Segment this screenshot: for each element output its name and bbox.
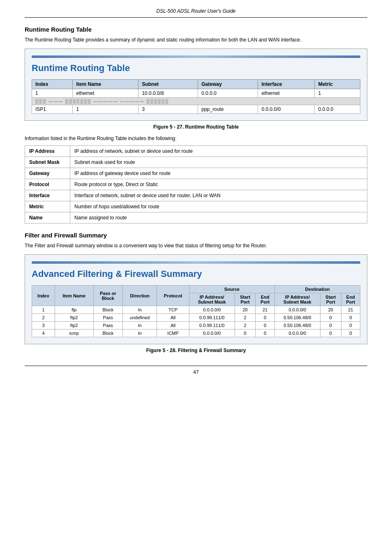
section-runtime-routing: Runtime Routing Table The Runtime Routin… [25, 26, 367, 223]
runtime-routing-caption: Figure 5 - 27. Runtime Routing Table [25, 124, 367, 130]
fw-src-ipsubnet: IP Address/Subnet Mask [189, 293, 235, 306]
section1-desc: The Runtime Routing Table provides a sum… [25, 36, 367, 44]
table-row: Name Name assigned to route [25, 212, 367, 223]
fw-col-source-group: Source [189, 286, 274, 293]
table-row: Interface Interface of network, subnet o… [25, 190, 367, 201]
table-row: 1 ftp Block In TCP 0.0.0.0/0 20 21 0.0.0… [32, 306, 360, 314]
fw-src-startport: StartPort [235, 293, 256, 306]
rt-col-interface: Interface [258, 80, 315, 89]
section-firewall-summary: Filter and Firewall Summary The Filter a… [25, 232, 367, 353]
fw-col-protocol: Protocol [157, 286, 189, 306]
table-row: Metric Number of hops used/allowed for r… [25, 201, 367, 212]
rt-col-subnet: Subnet [138, 80, 198, 89]
runtime-routing-figure-title: Runtime Routing Table [32, 63, 360, 74]
info-paragraph: Information listed in the Runtime Routin… [25, 136, 367, 141]
fw-col-index: Index [32, 286, 55, 306]
rt-col-index: Index [32, 80, 73, 89]
firewall-figure-title: Advanced Filtering & Firewall Summary [32, 269, 360, 279]
section2-desc: The Filter and Firewall summary window i… [25, 242, 367, 249]
rt-col-metric: Metric [315, 80, 360, 89]
header-title: DSL-500 ADSL Router User's Guide [156, 8, 235, 14]
runtime-routing-table: Index Item Name Subnet Gateway Interface… [32, 79, 360, 114]
firewall-summary-table: Index Item Name Pass orBlock Direction P… [32, 285, 360, 337]
fw-col-itemname: Item Name [55, 286, 93, 306]
rt-col-itemname: Item Name [73, 80, 138, 89]
fw-header-group-top: Index Item Name Pass orBlock Direction P… [32, 286, 360, 293]
gradient-bar-1 [32, 55, 360, 58]
fw-col-passblock: Pass orBlock [93, 286, 122, 306]
gradient-bar-2 [32, 261, 360, 264]
table-row: Protocol Route protocol or type, Direct … [25, 179, 367, 190]
fw-dst-ipsubnet: IP Address/Subnet Mask [274, 293, 320, 306]
rt-header-row: Index Item Name Subnet Gateway Interface… [32, 80, 360, 89]
table-row: IP Address IP address of network, subnet… [25, 146, 367, 157]
routing-info-table: IP Address IP address of network, subnet… [25, 145, 367, 223]
table-row: 2 ftp2 Pass undefined All 0.0.99.111/0 2… [32, 314, 360, 322]
fw-col-dest-group: Destination [274, 286, 360, 293]
table-row: ISP1 1 3 ppp_route 0.0.0.0/0 0.0.0.0 [32, 105, 360, 114]
page-header: DSL-500 ADSL Router User's Guide [25, 8, 367, 18]
rt-col-gateway: Gateway [198, 80, 258, 89]
page-number: 47 [25, 366, 367, 375]
table-row: 1 ethernet 10.0.0.0/8 0.0.0.0 ethernet 1 [32, 89, 360, 98]
fw-src-endport: EndPort [256, 293, 274, 306]
table-row: 3 ftp2 Pass In All 0.0.99.111/0 2 0 0.50… [32, 322, 360, 329]
section2-title: Filter and Firewall Summary [25, 232, 367, 239]
fw-dst-endport: EndPort [341, 293, 360, 306]
section1-title: Runtime Routing Table [25, 26, 367, 33]
firewall-figure: Advanced Filtering & Firewall Summary In… [25, 254, 367, 344]
runtime-routing-figure: Runtime Routing Table Index Item Name Su… [25, 48, 367, 121]
table-row: Gateway IP address of gateway device use… [25, 168, 367, 179]
table-row: Subnet Mask Subnet mask used for route [25, 157, 367, 168]
fw-dst-startport: StartPort [320, 293, 341, 306]
firewall-caption: Figure 5 - 28. Filtering & Firewall Summ… [25, 348, 367, 353]
table-row-corrupt: ▒▒▒ ——— ▒▒▒▒▒▒▒ ————— ————— ▒▒▒▒▒▒ [32, 98, 360, 105]
table-row: 4 icmp Block In ICMP 0.0.0.0/0 0 0 0.0.0… [32, 329, 360, 337]
fw-col-direction: Direction [123, 286, 157, 306]
